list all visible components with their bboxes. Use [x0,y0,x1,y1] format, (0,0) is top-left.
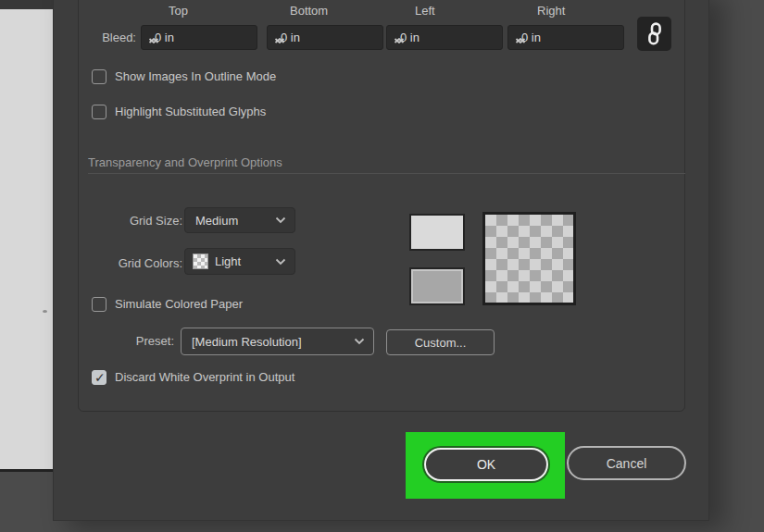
highlight-substituted-glyphs-label: Highlight Substituted Glyphs [115,105,266,118]
chevron-down-icon [354,338,365,345]
link-bleed-values-button[interactable] [637,17,671,51]
highlight-substituted-glyphs-checkbox[interactable] [92,105,106,119]
bleed-col-label-top: Top [169,4,188,18]
chain-link-icon [645,22,665,45]
grid-colors-label: Grid Colors: [88,256,182,270]
discard-white-overprint-label: Discard White Overprint in Output [115,370,294,384]
bleed-left-field[interactable]: 0 in [386,25,503,50]
canvas-behind-dialog [0,9,53,472]
cancel-button[interactable]: Cancel [567,446,686,480]
discard-white-overprint-checkbox[interactable] [92,370,106,385]
bleed-right-field[interactable]: 0 in [507,25,624,50]
options-panel [78,0,685,412]
canvas-speck [43,310,47,313]
screen: Top Bottom Left Right Bleed: 0 in 0 in 0… [0,0,764,532]
section-divider [88,173,685,174]
simulate-colored-paper-checkbox[interactable] [92,297,106,312]
bleed-top-field[interactable]: 0 in [141,25,257,50]
bleed-col-label-left: Left [415,4,435,18]
grid-gray-swatch [409,267,465,305]
custom-button[interactable]: Custom... [386,329,495,355]
bleed-col-label-bottom: Bottom [290,4,328,18]
chevron-down-icon [275,258,286,266]
bleed-label: Bleed: [88,31,136,44]
preset-value: [Medium Resolution] [192,335,350,349]
checkerboard-icon [193,254,208,269]
grid-colors-dropdown[interactable]: Light [184,248,295,275]
simulate-colored-paper-label: Simulate Colored Paper [115,297,243,311]
bleed-bottom-field[interactable]: 0 in [267,25,383,50]
app-background-corner [0,0,53,9]
bleed-col-label-right: Right [537,4,565,18]
grid-size-dropdown[interactable]: Medium [184,207,295,233]
transparency-section-title: Transparency and Overprint Options [88,155,282,169]
grid-size-label: Grid Size: [88,214,182,228]
preset-label: Preset: [88,334,174,348]
preset-dropdown[interactable]: [Medium Resolution] [181,328,374,355]
transparency-grid-preview [482,212,576,305]
grid-colors-value: Light [215,254,271,268]
show-images-outline-checkbox[interactable] [92,69,106,84]
grid-size-value: Medium [195,214,271,228]
grid-light-swatch [409,214,465,251]
chevron-down-icon [275,217,286,224]
ok-button[interactable]: OK [424,448,548,481]
show-images-outline-label: Show Images In Outline Mode [115,69,276,83]
